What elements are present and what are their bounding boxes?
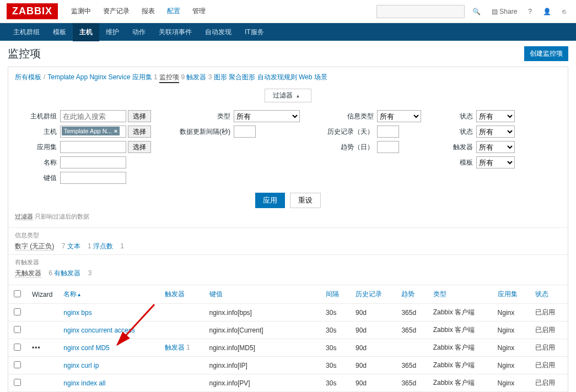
subnav-2[interactable]: 主机	[73, 23, 99, 41]
subnav-5[interactable]: 关联項事件	[152, 23, 198, 41]
item-name-link[interactable]: nginx index all	[58, 374, 159, 392]
topnav-3[interactable]: 配置	[162, 3, 186, 19]
row-select[interactable]	[14, 308, 21, 315]
col-4[interactable]: 间隔	[320, 285, 350, 304]
label-appset: 应用集	[15, 143, 60, 152]
sub1items-link-2[interactable]: 浮点数	[93, 242, 113, 250]
item-name-link[interactable]: nginx bps	[58, 304, 159, 322]
hostgroup-input[interactable]	[60, 110, 126, 122]
history-input[interactable]	[377, 126, 399, 138]
cell-appset: Nginx	[492, 322, 530, 339]
sub1items-link-1[interactable]: 文本	[67, 242, 80, 250]
label-key: 键值	[15, 173, 60, 183]
filter-hint: 过滤器 只影响过滤后的数据	[15, 210, 561, 221]
row-select[interactable]	[14, 361, 21, 368]
logout-icon[interactable]: ⎋	[559, 6, 569, 18]
triggers-header: 有触发器	[15, 258, 561, 266]
name-input[interactable]	[60, 156, 126, 168]
type-select[interactable]: 所有	[234, 110, 300, 122]
infotype-select[interactable]: 所有	[377, 110, 421, 122]
sub2items-link-0[interactable]: 无触发器	[15, 269, 41, 277]
topbar: ZABBIX 监测中资产记录报表配置管理 🔍 ▤ Share ? 👤 ⎋	[0, 0, 576, 23]
col-5[interactable]: 历史记录	[350, 285, 396, 304]
status-select[interactable]: 所有	[476, 126, 515, 138]
template-select[interactable]: 所有	[476, 156, 515, 168]
hostgroup-select[interactable]: 选择	[128, 110, 151, 122]
breadcrumb-5[interactable]: 图形	[214, 73, 227, 81]
help-icon[interactable]: ?	[525, 6, 535, 18]
status-link[interactable]: 已启用	[530, 357, 568, 374]
subnav-7[interactable]: IT服务	[238, 23, 271, 41]
state-select[interactable]: 所有	[476, 110, 515, 122]
filter-pill[interactable]: 过滤器	[265, 89, 312, 102]
breadcrumb-1[interactable]: Template App Nginx Service	[47, 73, 130, 81]
host-select[interactable]: 选择	[128, 126, 151, 138]
wizard-cell	[26, 374, 58, 392]
status-link[interactable]: 已启用	[530, 339, 568, 357]
breadcrumb-8[interactable]: Web 场景	[299, 73, 327, 81]
breadcrumb-6[interactable]: 聚合图形	[229, 73, 255, 81]
col-3[interactable]: 键值	[204, 285, 321, 304]
subnav-4[interactable]: 动作	[126, 23, 152, 41]
subnav-6[interactable]: 自动发现	[198, 23, 238, 41]
subnav-1[interactable]: 模板	[46, 23, 73, 41]
topnav-1[interactable]: 资产记录	[98, 3, 135, 19]
interval-input[interactable]	[234, 126, 256, 138]
cell-key: nginx.info[PV]	[204, 374, 321, 392]
trigger-link[interactable]: 触发器	[165, 344, 185, 351]
appset-input[interactable]	[60, 141, 126, 153]
breadcrumb-7[interactable]: 自动发现规则	[257, 73, 297, 81]
select-all[interactable]	[14, 290, 21, 297]
wizard-cell	[26, 357, 58, 374]
item-name-link[interactable]: nginx conf MD5	[58, 339, 159, 357]
item-name-link[interactable]: nginx curl ip	[58, 357, 159, 374]
apply-button[interactable]: 应用	[255, 193, 285, 208]
share-button[interactable]: ▤ Share	[488, 6, 520, 18]
status-link[interactable]: 已启用	[530, 304, 568, 322]
host-tag-remove[interactable]: ×	[114, 128, 117, 134]
table-row: nginx index allnginx.info[PV]30s90d365dZ…	[8, 374, 568, 392]
filter-toggle[interactable]: 过滤器	[8, 86, 568, 107]
col-2[interactable]: 触发器	[159, 285, 204, 304]
row-select[interactable]	[14, 344, 21, 351]
cell-key: nginx.info[IP]	[204, 357, 321, 374]
host-tag[interactable]: Template App N...×	[62, 127, 120, 135]
create-item-button[interactable]: 创建监控项	[524, 46, 568, 61]
col-7[interactable]: 类型	[428, 285, 492, 304]
cell-interval: 30s	[320, 339, 350, 357]
topnav-4[interactable]: 管理	[187, 3, 211, 19]
breadcrumb-3[interactable]: 监控项	[159, 73, 179, 83]
item-name-link[interactable]: nginx concurrent access	[58, 322, 159, 339]
col-6[interactable]: 趋势	[396, 285, 427, 304]
cell-trend: 365d	[396, 357, 427, 374]
col-1[interactable]: 名称	[58, 285, 159, 304]
trend-input[interactable]	[377, 141, 399, 153]
cell-interval: 30s	[320, 304, 350, 322]
col-8[interactable]: 应用集	[492, 285, 530, 304]
triggers-select[interactable]: 所有	[476, 141, 515, 153]
breadcrumb-0[interactable]: 所有模板	[15, 73, 41, 81]
reset-button[interactable]: 重设	[290, 193, 321, 208]
subnav-0[interactable]: 主机群组	[7, 23, 46, 41]
subnav-3[interactable]: 维护	[99, 23, 126, 41]
topnav-0[interactable]: 监测中	[66, 3, 96, 19]
row-select[interactable]	[14, 326, 21, 333]
status-link[interactable]: 已启用	[530, 374, 568, 392]
sub1items-link-0[interactable]: 数字 (无正负)	[15, 242, 54, 251]
sub2items-link-1[interactable]: 有触发器	[54, 269, 80, 277]
col-9[interactable]: 状态	[530, 285, 568, 304]
search-input[interactable]	[376, 5, 465, 18]
status-link[interactable]: 已启用	[530, 322, 568, 339]
row-select[interactable]	[14, 379, 21, 386]
topnav-2[interactable]: 报表	[136, 3, 160, 19]
breadcrumb-2[interactable]: 应用集	[132, 73, 152, 81]
cell-appset: Nginx	[492, 357, 530, 374]
col-0[interactable]: Wizard	[26, 285, 58, 304]
key-input[interactable]	[60, 172, 126, 184]
appset-select[interactable]: 选择	[128, 141, 151, 153]
user-icon[interactable]: 👤	[540, 6, 555, 18]
breadcrumb-4[interactable]: 触发器	[186, 73, 206, 81]
search-icon[interactable]: 🔍	[469, 6, 484, 18]
wizard-cell[interactable]: •••	[26, 339, 58, 357]
cell-appset: Nginx	[492, 339, 530, 357]
